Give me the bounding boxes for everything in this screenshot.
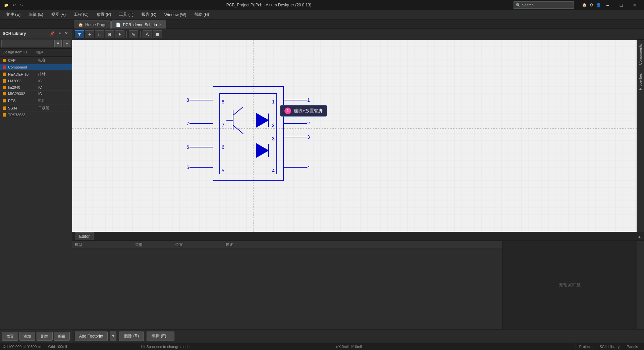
components-panel-tab[interactable]: Components: [637, 40, 644, 69]
menu-file[interactable]: 文件 (E): [3, 10, 24, 19]
menu-tools[interactable]: 工具 (T): [116, 10, 137, 19]
toolbar-star-btn[interactable]: ✦: [115, 30, 124, 38]
panel-search-btn[interactable]: ▼: [54, 40, 62, 47]
panel-search: ▼ ≡: [0, 38, 72, 49]
edit-model-btn[interactable]: 编辑 (E)...: [147, 332, 174, 341]
tab-schlib-label: PCB_demo.SchLib: [123, 23, 157, 27]
search-icon: 🔍: [516, 3, 521, 7]
editor-collapse-btn[interactable]: ▲: [638, 234, 641, 238]
star-icon: ✦: [118, 32, 122, 37]
settings-icon[interactable]: ⚙: [590, 3, 593, 7]
menu-help[interactable]: 帮助 (H): [191, 10, 212, 19]
col-desc: 描述: [36, 50, 69, 55]
panels-tab[interactable]: Panels: [623, 343, 641, 350]
add-footprint-button[interactable]: Add Footprint: [75, 332, 108, 341]
editor-table: 模型 类型 位置 描述: [72, 241, 502, 329]
panel-close-icon[interactable]: ✕: [63, 31, 69, 36]
delete-button[interactable]: 删除: [37, 332, 53, 341]
tab-schlib-icon: 📄: [116, 23, 121, 27]
menu-place[interactable]: 放置 (P): [93, 10, 114, 19]
editor-content: 模型 类型 位置 描述 无预览可见: [72, 241, 644, 329]
delta: dX:0mil dY:0mil: [336, 345, 362, 349]
menu-view[interactable]: 视图 (V): [48, 10, 69, 19]
undo-icon[interactable]: ↩: [11, 2, 17, 8]
item-dot: [3, 65, 6, 69]
list-item[interactable]: MIC29302 IC: [0, 91, 72, 97]
properties-panel-tab[interactable]: Properties: [637, 69, 644, 94]
list-item[interactable]: LM2663 IC: [0, 78, 72, 84]
toolbar-text-btn[interactable]: A: [143, 30, 152, 38]
toolbar-rect-btn[interactable]: □: [95, 30, 104, 38]
close-button[interactable]: ✕: [628, 0, 641, 10]
menu-report[interactable]: 报告 (R): [138, 10, 160, 19]
list-item[interactable]: HEADER 10 排针: [0, 71, 72, 78]
coords: X:1100.000mil Y:300mil: [3, 345, 41, 349]
left-panel: SCH Library 📌 ≡ ✕ ▼ ≡ Design Item ID 描述 …: [0, 29, 72, 343]
text-icon: A: [146, 32, 149, 37]
item-desc: IC: [38, 92, 69, 96]
filter-icon: ▼: [77, 32, 82, 37]
plus-icon: +: [88, 32, 91, 37]
add-footprint-dropdown[interactable]: ▼: [110, 332, 116, 341]
tab-schlib[interactable]: 📄 PCB_demo.SchLib ✕: [111, 20, 166, 29]
search-bar[interactable]: 🔍 Search: [514, 1, 574, 9]
item-desc: 电阻: [38, 98, 69, 103]
user-icon[interactable]: 👤: [596, 3, 601, 7]
panel-pin-icon[interactable]: 📌: [49, 31, 56, 36]
panel-search-input[interactable]: [1, 40, 53, 47]
tab-home[interactable]: 🏠 Home Page: [74, 20, 111, 29]
main-layout: SCH Library 📌 ≡ ✕ ▼ ≡ Design Item ID 描述 …: [0, 29, 644, 343]
item-id: LM2663: [8, 79, 38, 83]
menu-project[interactable]: 工程 (C): [70, 10, 92, 19]
toolbar-target-btn[interactable]: ⊕: [105, 30, 114, 38]
dropdown-icon: ▼: [112, 334, 115, 338]
sch-library-tab[interactable]: SCH Library: [596, 343, 623, 350]
tabbar: 🏠 Home Page 📄 PCB_demo.SchLib ✕: [0, 19, 644, 29]
tab-schlib-close[interactable]: ✕: [159, 23, 162, 27]
canvas-toolbar: ▼ + □ ⊕ ✦ ∿ A ◼: [72, 29, 644, 40]
panel-options-btn[interactable]: ≡: [63, 40, 70, 47]
menu-window[interactable]: Window (W): [161, 11, 190, 18]
list-item[interactable]: lm2940 IC: [0, 84, 72, 91]
menu-edit[interactable]: 编辑 (E): [25, 10, 46, 19]
toolbar-separator: [126, 31, 127, 38]
minimize-button[interactable]: –: [601, 0, 614, 10]
toolbar-box-btn[interactable]: ◼: [153, 30, 162, 38]
panel-menu-icon[interactable]: ≡: [57, 31, 62, 36]
redo-icon[interactable]: ↪: [18, 2, 24, 8]
list-item[interactable]: CAP 电容: [0, 57, 72, 64]
toolbar-filter-btn[interactable]: ▼: [75, 30, 84, 38]
place-button[interactable]: 放置: [2, 332, 18, 341]
toolbar-add-btn[interactable]: +: [85, 30, 94, 38]
toolbar-wave-btn[interactable]: ∿: [129, 30, 138, 38]
projects-tab[interactable]: Projects: [576, 343, 596, 350]
maximize-button[interactable]: □: [614, 0, 628, 10]
tab-home-label: Home Page: [85, 23, 106, 27]
item-desc: IC: [38, 85, 69, 89]
titlebar: 📁 ↩ ↪ PCB_Project.PrjPcb - Altium Design…: [0, 0, 644, 10]
item-desc: IC: [38, 79, 69, 83]
canvas-area[interactable]: 1 连线+放置管脚: [72, 40, 637, 232]
list-item[interactable]: Component: [0, 64, 72, 71]
window-controls: – □ ✕: [601, 0, 641, 10]
add-button[interactable]: 添加: [19, 332, 36, 341]
rect-icon: □: [98, 32, 101, 37]
right-panels: Components Properties: [637, 40, 644, 232]
list-item[interactable]: TPS73633: [0, 112, 72, 118]
file-icon: 📁: [3, 2, 10, 8]
item-desc: 排针: [38, 72, 69, 77]
th-position: 位置: [175, 242, 226, 247]
home-icon[interactable]: 🏠: [582, 3, 587, 7]
window-title: PCB_Project.PrjPcb - Altium Designer (20…: [24, 3, 514, 7]
delete-btn[interactable]: 删除 (R): [119, 332, 144, 341]
th-type: 类型: [135, 242, 175, 247]
item-dot: [3, 92, 6, 95]
panel-buttons: 放置 添加 删除 编辑: [0, 330, 72, 343]
tooltip-bubble: 1 连线+放置管脚: [280, 105, 327, 117]
item-dot: [3, 113, 6, 117]
list-item[interactable]: RES 电阻: [0, 97, 72, 104]
editor-tab-item[interactable]: Editor: [75, 232, 94, 240]
item-dot: [3, 99, 6, 102]
list-item[interactable]: SS34 二极管: [0, 104, 72, 112]
edit-button[interactable]: 编辑: [54, 332, 70, 341]
